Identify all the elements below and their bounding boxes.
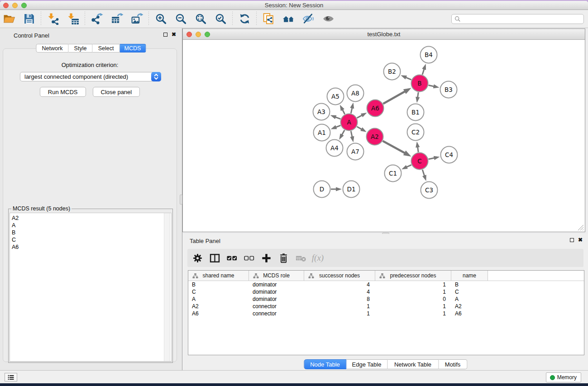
edge-A-A6[interactable] bbox=[357, 115, 363, 118]
table-cell[interactable]: 1 bbox=[304, 310, 375, 317]
tab-style[interactable]: Style bbox=[69, 44, 93, 52]
table-cell[interactable]: B bbox=[451, 281, 488, 288]
delete-columns-button[interactable] bbox=[275, 250, 292, 266]
show-all-nodes-edges-button[interactable] bbox=[320, 11, 336, 27]
mcds-result-item[interactable]: B bbox=[10, 229, 171, 236]
close-panel-icon[interactable]: ✖ bbox=[172, 32, 176, 37]
table-cell[interactable]: connector bbox=[249, 310, 304, 317]
table-cell[interactable]: 0 bbox=[375, 295, 451, 303]
table-tab-node-table[interactable]: Node Table bbox=[304, 359, 346, 369]
new-network-from-selection-button[interactable] bbox=[260, 11, 277, 27]
table-cell[interactable]: 4 bbox=[304, 281, 375, 288]
network-canvas[interactable]: AA6A2BCA5A8A3A1A4A7B2B4B3B1C2C4C1C3DD1 bbox=[183, 40, 585, 232]
hide-selected-button[interactable] bbox=[300, 11, 316, 27]
edge-A-A7[interactable] bbox=[351, 131, 352, 138]
table-cell[interactable]: B bbox=[188, 281, 249, 288]
mcds-result-item[interactable]: A6 bbox=[10, 243, 171, 251]
table-cell[interactable]: 4 bbox=[304, 288, 375, 295]
table-cell[interactable]: A bbox=[451, 295, 488, 303]
table-options-button[interactable] bbox=[189, 250, 206, 266]
table-cell[interactable]: A2 bbox=[451, 303, 488, 310]
table-cell[interactable]: A6 bbox=[451, 310, 488, 317]
mcds-result-item[interactable]: A bbox=[10, 222, 171, 229]
zoom-selected-region-button[interactable] bbox=[212, 11, 229, 27]
memory-button[interactable]: Memory bbox=[546, 372, 581, 382]
unselect-all-columns-button[interactable] bbox=[240, 250, 258, 266]
edge-A6-B[interactable] bbox=[383, 91, 405, 104]
edge-A-A4[interactable] bbox=[342, 130, 345, 135]
edge-B-B2[interactable] bbox=[405, 77, 411, 80]
close-panel-button[interactable]: Close panel bbox=[93, 87, 140, 97]
mcds-result-item[interactable]: A2 bbox=[10, 213, 171, 222]
table-cell[interactable]: 1 bbox=[375, 303, 451, 310]
zoom-fit-content-button[interactable] bbox=[192, 11, 209, 27]
float-panel-icon[interactable] bbox=[163, 33, 167, 37]
table-tab-motifs[interactable]: Motifs bbox=[439, 359, 467, 369]
table-tab-edge-table[interactable]: Edge Table bbox=[346, 359, 387, 369]
edge-B-B3[interactable] bbox=[429, 85, 435, 86]
select-all-columns-button[interactable] bbox=[223, 250, 240, 266]
column-header-mcds-role[interactable]: MCDS role bbox=[249, 271, 304, 281]
run-mcds-button[interactable]: Run MCDS bbox=[40, 87, 86, 97]
search-input[interactable] bbox=[451, 14, 584, 24]
table-row[interactable]: Cdominator41C bbox=[188, 288, 584, 295]
float-table-panel-icon[interactable] bbox=[570, 238, 574, 242]
save-session-button[interactable] bbox=[21, 11, 37, 27]
export-table-button[interactable] bbox=[109, 11, 125, 27]
mcds-result-item[interactable]: C bbox=[10, 236, 171, 243]
import-network-from-file-button[interactable] bbox=[45, 11, 61, 27]
list-icon bbox=[8, 375, 14, 380]
mcds-result-list[interactable]: A2ABCA6 bbox=[10, 213, 172, 362]
zoom-out-button[interactable] bbox=[172, 11, 189, 27]
edge-A2-C[interactable] bbox=[383, 141, 406, 153]
table-cell[interactable]: A2 bbox=[188, 303, 249, 310]
table-cell[interactable]: 1 bbox=[375, 310, 451, 317]
first-neighbors-of-selected-button[interactable] bbox=[280, 11, 296, 27]
open-session-button[interactable] bbox=[1, 11, 17, 27]
apply-preferred-layout-button[interactable] bbox=[236, 11, 253, 27]
column-header-shared-name[interactable]: shared name bbox=[188, 271, 249, 281]
column-header-name[interactable]: name bbox=[451, 271, 488, 281]
table-cell[interactable]: 1 bbox=[375, 281, 451, 288]
table-cell[interactable]: A bbox=[188, 295, 249, 303]
network-window-titlebar[interactable]: testGlobe.txt bbox=[183, 29, 585, 40]
export-image-button[interactable] bbox=[129, 11, 145, 27]
table-cell[interactable]: 1 bbox=[304, 303, 375, 310]
status-menu-button[interactable] bbox=[5, 373, 17, 381]
application-window: Session: New Session Control Panel ✖ Net… bbox=[0, 1, 588, 383]
table-cell[interactable]: C bbox=[188, 288, 249, 295]
edge-C-C3[interactable] bbox=[422, 170, 425, 176]
tab-network[interactable]: Network bbox=[36, 44, 69, 52]
edge-A-A8[interactable] bbox=[351, 107, 352, 113]
table-cell[interactable]: dominator bbox=[249, 281, 304, 288]
import-table-from-file-button[interactable] bbox=[65, 11, 81, 27]
table-cell[interactable]: dominator bbox=[249, 288, 304, 295]
result-list-scrollbar[interactable] bbox=[164, 213, 170, 361]
column-header-predecessor-nodes[interactable]: predecessor nodes bbox=[375, 271, 451, 281]
table-cell[interactable]: dominator bbox=[249, 295, 304, 303]
split-panel-button[interactable] bbox=[206, 250, 223, 266]
table-cell[interactable]: 8 bbox=[304, 295, 375, 303]
tab-mcds[interactable]: MCDS bbox=[120, 44, 146, 52]
table-tab-network-table[interactable]: Network Table bbox=[387, 359, 439, 369]
edge-A-A2[interactable] bbox=[357, 127, 362, 130]
vertical-splitter-handle[interactable] bbox=[180, 195, 182, 205]
zoom-in-button[interactable] bbox=[153, 11, 169, 27]
table-cell[interactable]: connector bbox=[249, 303, 304, 310]
resize-grip-icon[interactable] bbox=[578, 224, 584, 231]
table-row[interactable]: A6connector11A6 bbox=[188, 310, 584, 317]
export-network-button[interactable] bbox=[89, 11, 105, 27]
table-cell[interactable]: 1 bbox=[375, 288, 451, 295]
table-row[interactable]: Adominator80A bbox=[188, 295, 584, 303]
table-cell[interactable]: A6 bbox=[188, 310, 249, 317]
add-column-button[interactable] bbox=[258, 250, 275, 266]
table-row[interactable]: A2connector11A2 bbox=[188, 303, 584, 310]
table-cell[interactable]: C bbox=[451, 288, 488, 295]
tab-select[interactable]: Select bbox=[93, 44, 120, 52]
close-table-panel-icon[interactable]: ✖ bbox=[578, 238, 583, 243]
criterion-dropdown[interactable]: largest connected component (directed) bbox=[20, 72, 161, 81]
edge-B-B4[interactable] bbox=[422, 68, 424, 74]
column-header-successor-nodes[interactable]: successor nodes bbox=[304, 271, 375, 281]
table-row[interactable]: Bdominator41B bbox=[188, 281, 584, 288]
edge-C-C4[interactable] bbox=[429, 158, 435, 159]
